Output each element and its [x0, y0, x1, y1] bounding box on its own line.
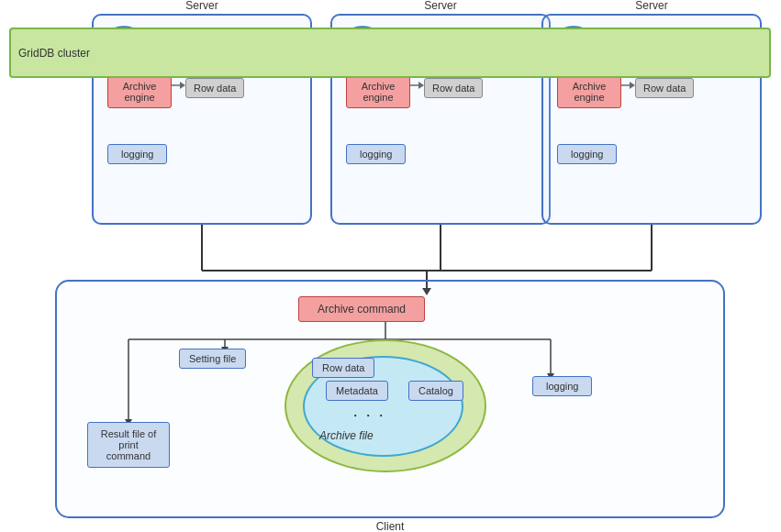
- client-label: Client: [376, 520, 405, 532]
- diagram: GridDB cluster Server DB GridDB node Arc…: [0, 0, 781, 532]
- dots-label: ・・・: [349, 408, 387, 425]
- catalog-box: Catalog: [408, 381, 463, 401]
- logging-client-box: logging: [532, 376, 592, 396]
- row-data-3: Row data: [635, 78, 694, 98]
- row-data-2: Row data: [424, 78, 483, 98]
- archive-command-box: Archive command: [298, 296, 425, 322]
- archive-engine-3: Archiveengine: [557, 75, 621, 108]
- setting-file-box: Setting file: [179, 349, 246, 369]
- griddb-cluster-bar: GridDB cluster: [9, 28, 771, 78]
- row-data-1: Row data: [185, 78, 244, 98]
- archive-file-label: Archive file: [319, 429, 374, 442]
- server-label-2: Server: [424, 0, 456, 12]
- archive-engine-2: Archiveengine: [346, 75, 410, 108]
- result-file-box: Result file of print command: [87, 422, 170, 468]
- logging-3: logging: [557, 144, 617, 164]
- archive-engine-1: Archiveengine: [107, 75, 172, 108]
- server-label-3: Server: [635, 0, 667, 12]
- griddb-cluster-label: GridDB cluster: [18, 47, 90, 60]
- metadata-box: Metadata: [326, 381, 388, 401]
- logging-2: logging: [346, 144, 406, 164]
- server-label-1: Server: [185, 0, 218, 12]
- row-data-archive: Row data: [312, 358, 374, 378]
- logging-1: logging: [107, 144, 167, 164]
